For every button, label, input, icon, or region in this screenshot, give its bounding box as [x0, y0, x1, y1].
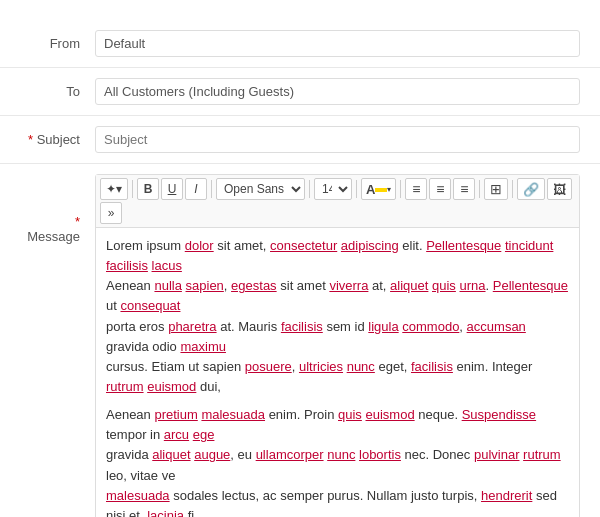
from-label: From [20, 30, 95, 51]
subject-input[interactable] [95, 126, 580, 153]
color-chevron: ▾ [387, 185, 391, 194]
editor-paragraph-1: Lorem ipsum dolor sit amet, consectetur … [106, 236, 569, 397]
required-star: * [28, 132, 33, 147]
to-input[interactable] [95, 78, 580, 105]
ordered-list-button[interactable]: ≡ [405, 178, 427, 200]
subject-row: * Subject [0, 116, 600, 164]
from-row: From [0, 20, 600, 68]
image-button[interactable]: 🖼 [547, 178, 572, 200]
link-button[interactable]: 🔗 [517, 178, 545, 200]
email-form: From To * Subject * Message ✦▾ [0, 0, 600, 517]
to-field [95, 78, 580, 105]
required-star-msg: * [75, 214, 80, 229]
align-button[interactable]: ≡ [453, 178, 475, 200]
separator-6 [479, 180, 480, 198]
bold-button[interactable]: B [137, 178, 159, 200]
text-color-button[interactable]: A ▾ [361, 178, 396, 200]
message-row: * Message ✦▾ B U I Open Sans Arial Georg… [0, 164, 600, 517]
separator-2 [211, 180, 212, 198]
underline-button[interactable]: U [161, 178, 183, 200]
to-label: To [20, 78, 95, 99]
subject-label: * Subject [20, 126, 95, 147]
font-select[interactable]: Open Sans Arial Georgia [216, 178, 305, 200]
magic-tool-button[interactable]: ✦▾ [100, 178, 128, 200]
from-input[interactable] [95, 30, 580, 57]
color-indicator [375, 188, 387, 192]
separator-1 [132, 180, 133, 198]
separator-4 [356, 180, 357, 198]
separator-7 [512, 180, 513, 198]
subject-field [95, 126, 580, 153]
to-row: To [0, 68, 600, 116]
editor-content-area[interactable]: Lorem ipsum dolor sit amet, consectetur … [96, 228, 579, 517]
separator-5 [400, 180, 401, 198]
message-label-container: * Message [20, 174, 95, 244]
separator-3 [309, 180, 310, 198]
more-button[interactable]: » [100, 202, 122, 224]
color-letter: A [366, 182, 375, 197]
editor-toolbar: ✦▾ B U I Open Sans Arial Georgia 14 10 1… [96, 175, 579, 228]
italic-button[interactable]: I [185, 178, 207, 200]
message-editor: ✦▾ B U I Open Sans Arial Georgia 14 10 1… [95, 174, 580, 517]
unordered-list-button[interactable]: ≡ [429, 178, 451, 200]
table-button[interactable]: ⊞ [484, 178, 508, 200]
editor-paragraph-2: Aenean pretium malesuada enim. Proin qui… [106, 405, 569, 517]
font-size-select[interactable]: 14 10 12 16 18 [314, 178, 352, 200]
from-field [95, 30, 580, 57]
